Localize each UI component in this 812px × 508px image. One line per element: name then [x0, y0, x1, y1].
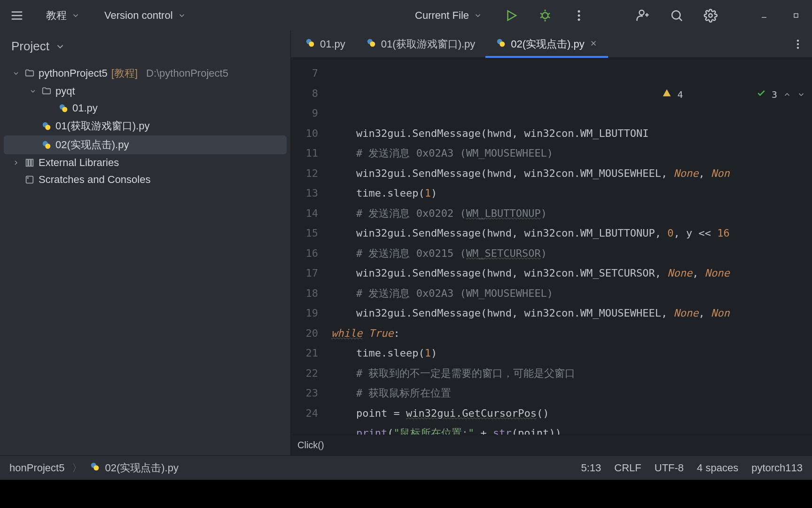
code-line[interactable]: # 获取鼠标所在位置: [327, 383, 812, 404]
line-number: 8: [291, 84, 318, 104]
code-line[interactable]: win32gui.SendMessage(hwnd, win32con.WM_S…: [327, 263, 812, 284]
breadcrumb-bar: Click(): [291, 435, 812, 455]
python-icon: [496, 38, 506, 51]
python-icon: [41, 121, 52, 131]
python-icon: [58, 103, 69, 113]
svg-point-41: [797, 40, 799, 41]
tree-item-01---------py[interactable]: 01(获取游戏窗口).py: [4, 117, 287, 135]
code-line[interactable]: # 获取到的不一定是需要的窗口，可能是父窗口: [327, 364, 812, 384]
main-area: Project pythonProject5 [教程]D:\pythonProj…: [0, 31, 812, 455]
tutorial-menu[interactable]: 教程: [39, 6, 86, 25]
code-line[interactable]: print("鼠标所在位置:" + str(point)): [327, 423, 812, 435]
indent-setting[interactable]: 4 spaces: [697, 462, 738, 474]
line-number: 19: [291, 303, 318, 324]
more-run-options[interactable]: [568, 4, 590, 27]
tree-item-label: 02(实现点击).py: [55, 138, 129, 152]
minimize-button[interactable]: [754, 8, 774, 23]
crumb-project: honProject5: [9, 462, 64, 474]
tab-02-------py[interactable]: 02(实现点击).py: [485, 31, 608, 57]
python-interpreter[interactable]: pytorch113: [751, 462, 803, 474]
breadcrumb-fn[interactable]: Click(): [297, 440, 324, 451]
tree-item-02-------py[interactable]: 02(实现点击).py: [4, 135, 287, 154]
code-line[interactable]: while True:: [327, 324, 812, 344]
line-number: 24: [291, 404, 318, 424]
project-tree[interactable]: pythonProject5 [教程]D:\pythonProject5pyqt…: [0, 62, 290, 455]
svg-point-17: [672, 11, 680, 19]
code-line[interactable]: win32gui.SendMessage(hwnd, win32con.WM_L…: [327, 223, 812, 244]
tree-item-Scratches-and-Consoles[interactable]: Scratches and Consoles: [4, 171, 287, 188]
breadcrumb[interactable]: honProject5 〉 02(实现点击).py: [9, 461, 179, 475]
editor-tabs: 01.py01(获取游戏窗口).py02(实现点击).py: [291, 31, 812, 58]
tree-item-pyqt[interactable]: pyqt: [4, 83, 287, 100]
code-line[interactable]: # 发送消息 0x02A3 (WM_MOUSEWHEEL): [327, 284, 812, 304]
tab-01---------py[interactable]: 01(获取游戏窗口).py: [356, 31, 485, 57]
chevron-down-icon[interactable]: [797, 90, 805, 99]
pass-count: 3: [772, 85, 777, 105]
svg-point-42: [797, 43, 799, 45]
code-editor[interactable]: 4 3 win32gui.SendMessage(hwnd, win32con.…: [327, 58, 812, 435]
tree-item-label: pythonProject5: [39, 67, 108, 79]
code-line[interactable]: win32gui.SendMessage(hwnd, win32con.WM_M…: [327, 164, 812, 184]
black-letterbox: [0, 480, 812, 508]
code-with-me-icon[interactable]: [632, 4, 654, 27]
code-line[interactable]: # 发送消息 0x0202 (WM_LBUTTONUP): [327, 204, 812, 224]
code-line[interactable]: time.sleep(1): [327, 183, 812, 204]
maximize-button[interactable]: [786, 8, 806, 23]
svg-point-19: [709, 14, 712, 17]
close-icon[interactable]: [589, 38, 598, 50]
code-line[interactable]: time.sleep(1): [327, 343, 812, 364]
line-number: 13: [291, 183, 318, 204]
line-number: 7: [291, 64, 318, 84]
svg-rect-30: [31, 159, 33, 167]
crumb-sep: 〉: [72, 461, 82, 475]
cursor-position[interactable]: 5:13: [581, 462, 601, 474]
titlebar: 教程 Version control Current File: [0, 0, 812, 31]
tree-item-01-py[interactable]: 01.py: [4, 100, 287, 117]
code-line[interactable]: win32gui.SendMessage(hwnd, win32con.WM_L…: [327, 124, 812, 144]
svg-point-34: [309, 41, 314, 47]
python-icon: [90, 461, 100, 475]
tree-item-pythonProject5[interactable]: pythonProject5 [教程]D:\pythonProject5: [4, 64, 287, 83]
run-button[interactable]: [500, 4, 523, 27]
settings-icon[interactable]: [699, 4, 722, 27]
file-encoding[interactable]: UTF-8: [655, 462, 684, 474]
hamburger-menu-icon[interactable]: [6, 4, 28, 27]
crumb-file: 02(实现点击).py: [105, 461, 178, 475]
code-line[interactable]: win32gui.SendMessage(hwnd, win32con.WM_M…: [327, 303, 812, 324]
line-number: 10: [291, 124, 318, 144]
inspection-widget[interactable]: 4 3: [593, 64, 807, 126]
folder-icon: [41, 86, 52, 96]
debug-button[interactable]: [534, 4, 556, 27]
tab-01-py[interactable]: 01.py: [295, 31, 356, 57]
line-number: 22: [291, 364, 318, 384]
project-tool-header[interactable]: Project: [0, 31, 290, 62]
svg-rect-21: [794, 14, 798, 17]
line-separator[interactable]: CRLF: [614, 462, 641, 474]
svg-point-25: [45, 125, 50, 130]
run-config-selector[interactable]: Current File: [408, 7, 489, 24]
code-line[interactable]: point = win32gui.GetCursorPos(): [327, 404, 812, 424]
chevron-down-icon: [55, 41, 65, 52]
chevron-down-icon: [474, 11, 482, 20]
vcs-label: Version control: [104, 9, 173, 22]
project-label: Project: [11, 39, 49, 54]
svg-line-7: [540, 13, 542, 15]
svg-line-9: [540, 16, 542, 18]
line-number: 16: [291, 244, 318, 264]
svg-rect-31: [26, 176, 33, 183]
code-line[interactable]: # 发送消息 0x02A3 (WM_MOUSEWHEEL): [327, 143, 812, 164]
code-line[interactable]: # 发送消息 0x0215 (WM_SETCURSOR): [327, 244, 812, 264]
line-number: 23: [291, 383, 318, 404]
chevron-up-icon[interactable]: [783, 90, 791, 99]
svg-rect-28: [26, 159, 28, 167]
scratch-icon: [24, 175, 35, 185]
run-config-label: Current File: [415, 9, 469, 22]
vcs-menu[interactable]: Version control: [98, 7, 193, 24]
search-icon[interactable]: [665, 4, 688, 27]
tabs-more-icon[interactable]: [788, 38, 808, 50]
line-number: 11: [291, 143, 318, 164]
tree-item-External-Libraries[interactable]: External Libraries: [4, 154, 287, 171]
line-number: 20: [291, 324, 318, 344]
svg-marker-3: [508, 11, 516, 20]
svg-point-14: [640, 10, 644, 15]
